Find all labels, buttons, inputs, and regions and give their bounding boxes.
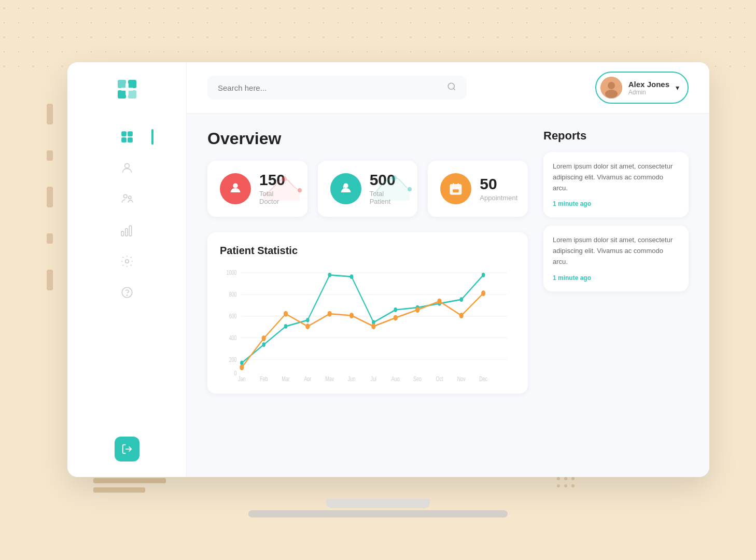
report-card-2: Lorem ipsum dolor sit amet, consectetur … (543, 226, 689, 291)
svg-point-71 (459, 313, 464, 318)
logout-button[interactable] (115, 437, 139, 461)
svg-rect-7 (128, 131, 133, 136)
svg-text:600: 600 (229, 313, 237, 320)
search-input[interactable] (218, 83, 441, 92)
svg-point-29 (343, 184, 348, 188)
stat-card-doctors: 150 Total Doctor (207, 161, 307, 217)
avatar (600, 77, 622, 99)
svg-point-20 (448, 83, 454, 89)
svg-text:Feb: Feb (260, 375, 268, 381)
user-role: Admin (628, 89, 669, 96)
reports-title: Reports (543, 129, 689, 143)
chart-container: 1000 800 600 400 200 0 (220, 267, 515, 381)
svg-point-59 (460, 297, 464, 302)
svg-rect-9 (128, 137, 133, 143)
svg-point-49 (240, 360, 244, 365)
chart-section: Patient Statistic 1000 800 6 (207, 232, 528, 394)
svg-point-63 (284, 311, 288, 317)
svg-point-11 (123, 194, 127, 198)
svg-point-67 (371, 324, 375, 329)
svg-text:1000: 1000 (227, 269, 237, 276)
user-name: Alex Jones (628, 80, 669, 89)
doctor-sparkline (261, 175, 302, 203)
svg-point-24 (233, 184, 237, 188)
report-time-2: 1 minute ago (553, 274, 591, 282)
svg-point-27 (282, 176, 287, 181)
decor-dots-bottom (557, 477, 575, 487)
svg-rect-15 (129, 226, 131, 236)
svg-rect-37 (453, 189, 459, 192)
decorative-dots-top (0, 0, 756, 67)
sidebar (67, 62, 187, 477)
svg-point-53 (328, 273, 331, 277)
page-title: Overview (207, 129, 528, 148)
report-text-1: Lorem ipsum dolor sit amet, consectetur … (553, 161, 679, 193)
svg-text:Dec: Dec (479, 375, 487, 381)
svg-point-56 (394, 307, 397, 312)
right-panel: Reports Lorem ipsum dolor sit amet, cons… (543, 129, 689, 461)
left-panel: Overview (207, 129, 528, 461)
svg-point-69 (415, 307, 419, 313)
svg-point-72 (481, 290, 485, 296)
svg-rect-13 (121, 231, 123, 236)
user-info: Alex Jones Admin (628, 80, 669, 96)
report-card-1: Lorem ipsum dolor sit amet, consectetur … (543, 152, 689, 217)
svg-text:Apr: Apr (304, 375, 311, 381)
stat-card-patients: 500 Total Patient (318, 161, 418, 217)
stats-row: 150 Total Doctor (207, 161, 528, 217)
sidebar-item-settings[interactable] (114, 248, 141, 275)
chart-title: Patient Statistic (220, 245, 515, 257)
laptop-container: Alex Jones Admin ▾ Overview (67, 62, 709, 477)
svg-rect-2 (118, 90, 126, 99)
doctor-icon-circle (220, 173, 251, 204)
svg-point-52 (306, 318, 310, 323)
page-content: Overview (187, 114, 709, 477)
svg-point-12 (128, 196, 131, 199)
svg-text:Mar: Mar (282, 375, 290, 381)
svg-point-60 (482, 273, 485, 277)
sidebar-item-users[interactable] (114, 155, 141, 181)
svg-text:Sep: Sep (413, 375, 422, 381)
appointment-label: Appointment (480, 194, 517, 202)
patient-icon-circle (330, 173, 361, 204)
svg-rect-1 (128, 80, 136, 88)
sidebar-item-support[interactable] (114, 279, 141, 306)
chevron-down-icon: ▾ (676, 83, 679, 92)
svg-point-62 (262, 335, 266, 341)
svg-point-64 (305, 324, 310, 329)
svg-rect-26 (233, 191, 237, 192)
svg-point-28 (297, 188, 302, 193)
search-box[interactable] (207, 76, 467, 100)
svg-text:800: 800 (229, 291, 237, 298)
sidebar-logo[interactable] (116, 78, 138, 103)
svg-text:May: May (325, 375, 334, 381)
svg-text:Jun: Jun (348, 375, 355, 381)
main-content: Alex Jones Admin ▾ Overview (187, 62, 709, 477)
patient-sparkline (371, 175, 412, 203)
svg-text:Jul: Jul (371, 375, 376, 381)
search-icon[interactable] (447, 82, 456, 93)
svg-point-10 (124, 163, 129, 168)
svg-point-68 (394, 315, 398, 320)
svg-point-51 (284, 324, 288, 329)
svg-rect-6 (121, 131, 127, 136)
user-profile[interactable]: Alex Jones Admin ▾ (595, 72, 689, 104)
svg-rect-14 (125, 229, 127, 236)
svg-text:Oct: Oct (436, 375, 443, 381)
sidebar-nav (67, 123, 186, 306)
report-time-1: 1 minute ago (553, 200, 591, 207)
header: Alex Jones Admin ▾ (187, 62, 709, 114)
patient-chart: 1000 800 600 400 200 0 (220, 267, 515, 381)
appointment-icon-circle (440, 173, 471, 204)
svg-point-23 (605, 90, 618, 98)
laptop-stand (326, 499, 430, 508)
sidebar-item-analytics[interactable] (114, 217, 141, 244)
sidebar-item-dashboard[interactable] (114, 123, 141, 150)
appointment-count: 50 (480, 176, 517, 192)
svg-point-17 (122, 287, 132, 298)
svg-point-31 (407, 187, 412, 192)
svg-point-70 (437, 299, 441, 304)
svg-rect-3 (128, 90, 136, 99)
sidebar-item-patients[interactable] (114, 186, 141, 213)
svg-rect-8 (121, 137, 127, 143)
